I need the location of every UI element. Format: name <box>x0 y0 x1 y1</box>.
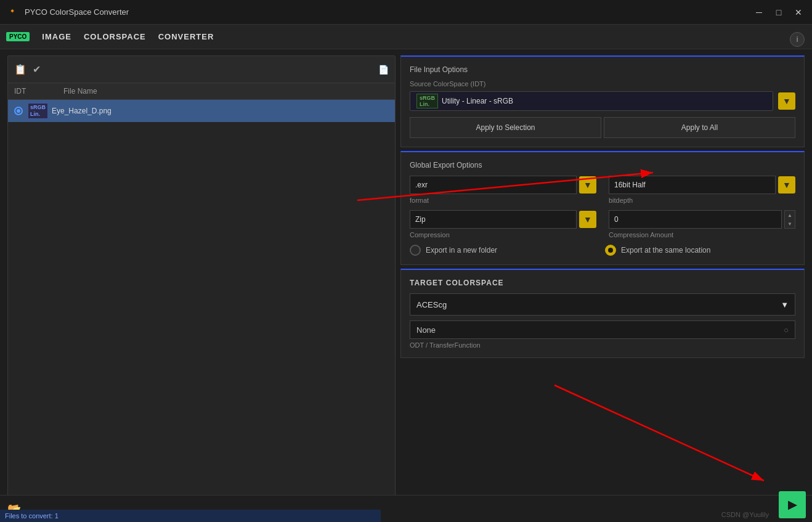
target-colorspace-dropdown[interactable]: ACEScg ▼ <box>410 293 795 316</box>
file-name: Eye_Hazel_D.png <box>52 107 112 115</box>
source-colorspace-label: Source ColorSpace (IDT) <box>410 80 795 88</box>
file-input-options-card: File Input Options Source ColorSpace (ID… <box>400 55 805 147</box>
col-idt-header: IDT <box>14 87 63 96</box>
target-colorspace-card: TARGET COLORSPACE ACEScg ▼ None ○ ODT / … <box>400 269 805 358</box>
convert-icon: ▶ <box>788 498 797 512</box>
spinner-down[interactable]: ▼ <box>785 219 795 228</box>
close-button[interactable]: ✕ <box>791 5 806 20</box>
target-colorspace-title: TARGET COLORSPACE <box>410 279 795 287</box>
file-list: sRGBLin. Eye_Hazel_D.png <box>8 100 395 515</box>
bitdepth-label: bitdepth <box>609 197 795 204</box>
watermark: CSDN @Yuulily <box>721 511 769 518</box>
source-colorspace-dropdown[interactable]: sRGBLin. Utility - Linear - sRGB <box>410 91 773 111</box>
pyco-logo: PYCO <box>6 32 30 41</box>
compression-label: Compression <box>410 231 596 239</box>
app-icon: 🔸 <box>7 6 20 18</box>
apply-selection-button[interactable]: Apply to Selection <box>410 117 601 138</box>
menu-item-converter[interactable]: CONVERTER <box>153 30 219 44</box>
file-row[interactable]: sRGBLin. Eye_Hazel_D.png <box>8 100 395 122</box>
apply-all-button[interactable]: Apply to All <box>604 117 795 138</box>
odt-label: ODT / TransferFunction <box>410 341 795 349</box>
spinner-up[interactable]: ▲ <box>785 211 795 219</box>
left-panel: 📋 ✔ 📄 IDT File Name sRGBLin. Eye_Hazel_D… <box>7 55 396 516</box>
files-to-convert-badge: Files to convert: 1 <box>0 510 381 522</box>
odt-circle-icon: ○ <box>784 325 789 335</box>
file-input-title: File Input Options <box>410 65 795 74</box>
target-colorspace-value: ACEScg <box>416 300 447 309</box>
odt-row: None ○ <box>410 320 795 339</box>
source-dropdown-arrow[interactable]: ▼ <box>778 92 795 110</box>
file-radio[interactable] <box>14 107 23 115</box>
title-bar: 🔸 PYCO ColorSpace Converter ─ □ ✕ <box>0 0 812 25</box>
check-icon[interactable]: ✔ <box>33 63 41 75</box>
srgb-tag: sRGBLin. <box>416 94 438 108</box>
files-to-convert-text: Files to convert: 1 <box>5 512 59 520</box>
export-same-location-label: Export at the same location <box>621 246 710 255</box>
global-export-card: Global Export Options .exr ▼ format 16bi… <box>400 151 805 265</box>
export-new-folder-label: Export in a new folder <box>426 246 497 255</box>
format-dropdown-arrow[interactable]: ▼ <box>579 176 596 194</box>
app-title: PYCO ColorSpace Converter <box>25 7 129 17</box>
file-list-header: IDT File Name <box>8 83 395 100</box>
menu-bar: PYCO IMAGE COLORSPACE CONVERTER i <box>0 25 812 49</box>
global-export-title: Global Export Options <box>410 161 795 169</box>
right-panel: File Input Options Source ColorSpace (ID… <box>400 55 805 516</box>
export-new-folder-radio[interactable] <box>410 245 421 256</box>
compression-amount-input[interactable] <box>609 210 782 229</box>
menu-item-colorspace[interactable]: COLORSPACE <box>79 30 151 44</box>
odt-value: None <box>416 325 436 335</box>
srgb-badge: sRGBLin. <box>28 103 48 119</box>
bottom-bar: 📂 Files to convert: 1 ▶ CSDN @Yuulily <box>0 495 812 522</box>
source-colorspace-value: Utility - Linear - sRGB <box>442 97 513 105</box>
col-filename-header: File Name <box>63 87 389 96</box>
compression-input: Zip <box>410 210 577 229</box>
minimize-button[interactable]: ─ <box>752 5 766 20</box>
convert-button[interactable]: ▶ <box>779 491 806 518</box>
maximize-button[interactable]: □ <box>771 5 786 20</box>
bitdepth-input: 16bit Half <box>609 176 776 194</box>
info-button[interactable]: i <box>790 32 805 47</box>
export-same-location-radio[interactable] <box>605 245 616 256</box>
bitdepth-dropdown-arrow[interactable]: ▼ <box>778 176 795 194</box>
compression-dropdown-arrow[interactable]: ▼ <box>579 211 596 228</box>
format-input: .exr <box>410 176 577 194</box>
menu-item-image[interactable]: IMAGE <box>37 30 76 44</box>
log-icon[interactable]: 📄 <box>378 65 389 75</box>
compression-amount-label: Compression Amount <box>609 231 795 239</box>
target-dropdown-chevron: ▼ <box>781 300 789 309</box>
format-label: format <box>410 197 596 204</box>
left-toolbar: 📋 ✔ 📄 <box>8 56 395 83</box>
edit-icon[interactable]: 📋 <box>14 63 26 75</box>
